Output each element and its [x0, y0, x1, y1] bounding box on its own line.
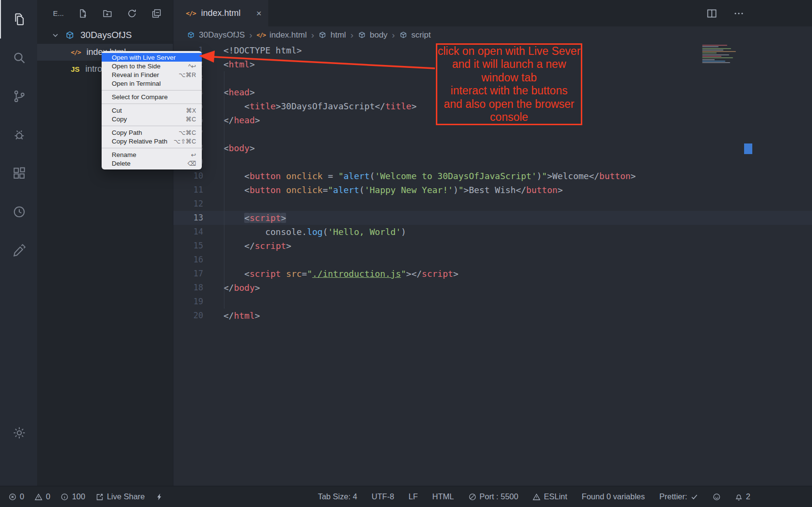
status-smiley[interactable] — [713, 493, 720, 501]
menu-item-label: Copy Relative Path — [112, 138, 168, 145]
more-actions-icon[interactable] — [733, 8, 745, 19]
code-line-7[interactable]: 7 — [173, 127, 812, 141]
pencil-icon[interactable] — [0, 231, 37, 270]
port-icon — [469, 493, 476, 501]
folder-icon — [187, 31, 195, 39]
code-line-15[interactable]: 15 </script> — [173, 239, 812, 253]
status-found-0-variables[interactable]: Found 0 variables — [582, 492, 645, 501]
line-content — [203, 71, 223, 85]
breadcrumb-30daysofjs[interactable]: 30DaysOfJS — [187, 30, 245, 40]
folder-icon — [65, 30, 75, 40]
code-line-18[interactable]: 18</body> — [173, 281, 812, 295]
status-label: ESLint — [544, 492, 567, 501]
menu-item-open-with-live-server[interactable]: Open with Live Server — [102, 53, 202, 62]
chevron-right-icon: › — [392, 30, 395, 40]
status-live-share[interactable]: Live Share — [96, 492, 145, 501]
menu-item-label: Open with Live Server — [112, 54, 176, 61]
status-right: Tab Size: 4UTF-8LFHTMLPort : 5500ESLintF… — [318, 492, 750, 501]
line-number: 15 — [173, 239, 203, 253]
line-content — [203, 295, 223, 309]
line-content: <script> — [203, 211, 286, 225]
line-content — [203, 253, 223, 267]
menu-item-shortcut: ⌥⌘C — [179, 129, 196, 136]
menu-item-shortcut: ⌫ — [187, 160, 196, 167]
run-and-debug-icon[interactable] — [0, 116, 37, 154]
chevron-right-icon: › — [249, 30, 252, 40]
breadcrumb-script[interactable]: script — [399, 30, 431, 40]
breadcrumb-html[interactable]: html — [318, 30, 346, 40]
code-line-17[interactable]: 17 <script src="./introduction.js"></scr… — [173, 267, 812, 281]
code-line-14[interactable]: 14 console.log('Hello, World') — [173, 225, 812, 239]
collapse-all-icon[interactable] — [151, 8, 162, 19]
menu-item-shortcut: ^↩ — [188, 63, 196, 70]
tab-bar: </> index.html × — [173, 0, 812, 26]
refresh-icon[interactable] — [127, 8, 137, 19]
close-tab-icon[interactable]: × — [256, 8, 262, 19]
status-2[interactable]: 2 — [735, 492, 750, 501]
status-tab-size-4[interactable]: Tab Size: 4 — [318, 492, 357, 501]
menu-item-copy[interactable]: Copy⌘C — [102, 115, 202, 123]
breadcrumb-index-html[interactable]: </>index.html — [257, 30, 307, 40]
code-line-8[interactable]: 8<body> — [173, 141, 812, 155]
code-line-19[interactable]: 19 — [173, 295, 812, 309]
code-line-12[interactable]: 12 — [173, 197, 812, 211]
menu-separator — [102, 148, 202, 148]
status-html[interactable]: HTML — [432, 492, 454, 501]
cube-icon — [399, 31, 407, 39]
status-eslint[interactable]: ESLint — [533, 492, 567, 501]
tree-root-30DaysOfJS[interactable]: 30DaysOfJS — [37, 26, 173, 44]
status-lf[interactable]: LF — [408, 492, 418, 501]
breadcrumb-label: 30DaysOfJS — [199, 30, 245, 40]
status-100[interactable]: 100 — [61, 492, 85, 501]
code-line-16[interactable]: 16 — [173, 253, 812, 267]
status-label: 2 — [746, 492, 750, 501]
menu-item-reveal-in-finder[interactable]: Reveal in Finder⌥⌘R — [102, 70, 202, 79]
menu-item-shortcut: ⌥⇧⌘C — [174, 138, 196, 145]
status-0[interactable]: 0 — [35, 492, 50, 501]
code-line-10[interactable]: 10 <button onclick = "alert('Welcome to … — [173, 169, 812, 183]
js-file-icon: JS — [71, 65, 79, 73]
chevron-right-icon: › — [350, 30, 353, 40]
code-line-9[interactable]: 9 — [173, 155, 812, 169]
source-control-icon[interactable] — [0, 77, 37, 116]
line-content — [203, 155, 223, 169]
tab-index-html[interactable]: </> index.html × — [173, 0, 268, 26]
new-folder-icon[interactable] — [102, 8, 113, 19]
settings-icon[interactable] — [0, 414, 37, 452]
menu-item-select-for-compare[interactable]: Select for Compare — [102, 92, 202, 101]
clock-icon[interactable] — [0, 193, 37, 231]
minimap[interactable] — [702, 45, 745, 65]
code-line-13[interactable]: 13 <script> — [173, 211, 812, 225]
status-prettier[interactable]: Prettier: — [659, 492, 698, 501]
menu-item-open-to-the-side[interactable]: Open to the Side^↩ — [102, 62, 202, 70]
explorer-icon[interactable] — [0, 0, 37, 39]
line-content: </script> — [203, 239, 291, 253]
chevron-right-icon: › — [311, 30, 314, 40]
extensions-icon[interactable] — [0, 154, 37, 193]
search-icon[interactable] — [0, 39, 37, 77]
new-file-icon[interactable] — [78, 8, 88, 19]
cube-icon — [318, 31, 327, 39]
menu-item-shortcut: ↩ — [191, 151, 196, 158]
code-line-11[interactable]: 11 <button onclick="alert('Happy New Yea… — [173, 183, 812, 197]
annotation-line: and also open the browser — [444, 98, 574, 111]
menu-item-cut[interactable]: Cut⌘X — [102, 106, 202, 115]
split-editor-icon[interactable] — [706, 8, 718, 19]
menu-item-open-in-terminal[interactable]: Open in Terminal — [102, 79, 202, 88]
status-port-5500[interactable]: Port : 5500 — [469, 492, 519, 501]
code-line-20[interactable]: 20</html> — [173, 309, 812, 323]
menu-item-copy-path[interactable]: Copy Path⌥⌘C — [102, 128, 202, 137]
menu-item-delete[interactable]: Delete⌫ — [102, 159, 202, 168]
breadcrumb-body[interactable]: body — [358, 30, 388, 40]
line-content — [203, 127, 223, 141]
menu-item-copy-relative-path[interactable]: Copy Relative Path⌥⇧⌘C — [102, 137, 202, 145]
chevron-down-icon — [52, 31, 59, 39]
status-0[interactable]: 0 — [9, 492, 24, 501]
overview-ruler-marker — [744, 143, 752, 154]
status-utf-8[interactable]: UTF-8 — [372, 492, 394, 501]
breadcrumb-label: script — [411, 30, 431, 40]
status-bolt[interactable] — [156, 493, 163, 501]
line-content: <button onclick="alert('Happy New Year!'… — [203, 183, 563, 197]
menu-item-rename[interactable]: Rename↩ — [102, 150, 202, 159]
breadcrumb-label: body — [370, 30, 388, 40]
